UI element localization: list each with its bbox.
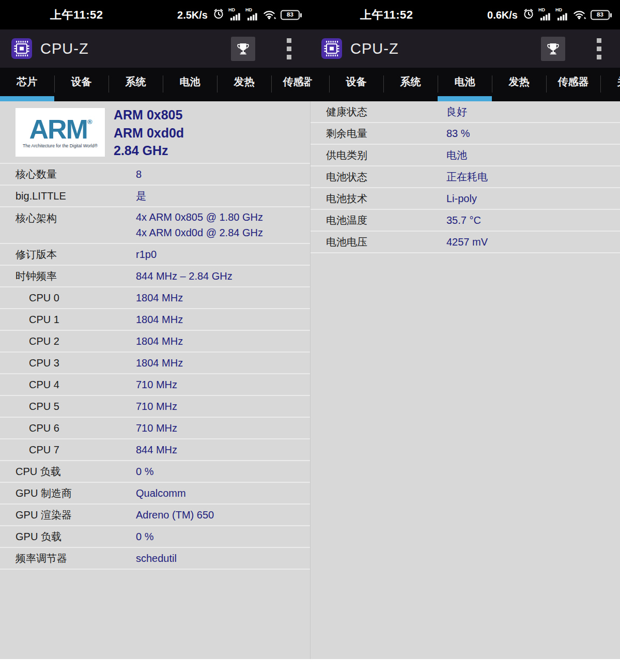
table-row: CPU 5710 MHz xyxy=(0,396,310,418)
tab-about[interactable]: 关于 xyxy=(600,68,620,101)
row-value: Adreno (TM) 650 xyxy=(136,509,310,521)
row-label: 频率调节器 xyxy=(0,552,136,566)
tab-device[interactable]: 设备 xyxy=(54,68,109,101)
row-value: 844 MHz xyxy=(136,444,310,456)
tab-battery[interactable]: 电池 xyxy=(163,68,217,101)
table-row: CPU 21804 MHz xyxy=(0,331,310,353)
row-label: 剩余电量 xyxy=(311,127,446,141)
arm-logo-brand: ARM® xyxy=(29,117,91,142)
bottom-white-strip xyxy=(0,659,620,672)
app-title: CPU-Z xyxy=(350,40,399,57)
row-value: 4x ARM 0x805 @ 1.80 GHz4x ARM 0xd0d @ 2.… xyxy=(136,210,310,240)
row-label: 电池电压 xyxy=(311,235,446,249)
tab-soc[interactable]: 芯片 xyxy=(310,68,329,101)
status-icons: 0.6K/s HD xyxy=(487,7,610,23)
table-row: 修订版本r1p0 xyxy=(0,244,310,266)
cpuz-app-icon xyxy=(11,38,32,59)
row-value: 8 xyxy=(136,169,310,180)
table-row: 健康状态良好 xyxy=(311,101,620,123)
soc-title: ARM 0x805 ARM 0xd0d 2.84 GHz xyxy=(114,106,184,160)
arm-logo: ARM® The Architecture for the Digital Wo… xyxy=(16,108,105,157)
sim1-signal-icon: HD xyxy=(228,7,241,23)
table-row: 频率调节器schedutil xyxy=(0,548,310,570)
svg-text:HD: HD xyxy=(245,7,252,12)
row-value: 正在耗电 xyxy=(446,170,620,184)
tab-strip: 芯片设备系统电池发热传感器关于 xyxy=(310,68,620,101)
table-row: CPU 6710 MHz xyxy=(0,418,310,439)
wifi-icon xyxy=(262,8,276,22)
dual-screenshot-container: 上午11:52 2.5K/s HD xyxy=(0,0,620,659)
clock-time: 上午11:52 xyxy=(50,7,103,23)
table-row: 电池状态正在耗电 xyxy=(311,166,620,188)
row-label: 健康状态 xyxy=(311,105,446,119)
tab-device[interactable]: 设备 xyxy=(329,68,383,101)
row-label: CPU 1 xyxy=(0,314,136,326)
row-label: 时钟频率 xyxy=(0,269,136,283)
row-value: 35.7 °C xyxy=(446,215,620,226)
tab-sensors[interactable]: 传感器 xyxy=(546,68,600,101)
table-row: 电池电压4257 mV xyxy=(311,232,620,253)
battery-icon: 83 xyxy=(281,10,300,20)
overflow-menu-button[interactable] xyxy=(593,37,605,61)
sim1-signal-icon: HD xyxy=(538,7,551,23)
right-screenshot-battery: 上午11:52 0.6K/s HD xyxy=(310,0,620,659)
row-label: 电池状态 xyxy=(311,170,446,184)
table-row: 核心架构4x ARM 0x805 @ 1.80 GHz4x ARM 0xd0d … xyxy=(0,207,310,244)
row-value: Li-poly xyxy=(446,193,620,205)
row-label: CPU 7 xyxy=(0,444,136,456)
row-label: GPU 制造商 xyxy=(0,486,136,500)
row-label: CPU 负载 xyxy=(0,465,136,479)
alarm-icon xyxy=(213,8,224,22)
row-label: 核心架构 xyxy=(0,210,136,225)
row-label: 电池温度 xyxy=(311,213,446,227)
tab-thermal[interactable]: 发热 xyxy=(217,68,271,101)
battery-percent: 83 xyxy=(597,12,603,18)
row-value: schedutil xyxy=(136,553,310,564)
tab-system[interactable]: 系统 xyxy=(109,68,163,101)
app-title: CPU-Z xyxy=(40,40,89,57)
row-value: 1804 MHz xyxy=(136,335,310,347)
battery-icon: 83 xyxy=(591,10,610,20)
tab-soc[interactable]: 芯片 xyxy=(0,68,54,101)
app-bar: CPU-Z xyxy=(310,29,620,68)
table-row: CPU 4710 MHz xyxy=(0,374,310,396)
network-speed: 2.5K/s xyxy=(177,9,208,21)
row-value: 4257 mV xyxy=(446,236,620,248)
tab-battery[interactable]: 电池 xyxy=(438,68,492,101)
sim2-signal-icon: HD xyxy=(555,7,568,23)
row-value: 良好 xyxy=(446,105,620,119)
row-label: CPU 3 xyxy=(0,357,136,369)
table-row: GPU 渲染器Adreno (TM) 650 xyxy=(0,505,310,526)
row-label: 核心数量 xyxy=(0,167,136,181)
tab-system[interactable]: 系统 xyxy=(383,68,438,101)
cpuz-app-icon xyxy=(321,38,342,59)
row-label: big.LITTLE xyxy=(0,190,136,202)
table-row: CPU 11804 MHz xyxy=(0,309,310,331)
trophy-button[interactable] xyxy=(231,37,255,61)
svg-text:HD: HD xyxy=(555,7,562,12)
row-value: 1804 MHz xyxy=(136,292,310,304)
table-row: CPU 负载0 % xyxy=(0,461,310,483)
soc-header: ARM® The Architecture for the Digital Wo… xyxy=(0,101,310,164)
arm-logo-tagline: The Architecture for the Digital World® xyxy=(23,143,98,148)
tab-sensors[interactable]: 传感器 xyxy=(271,68,310,101)
row-label: CPU 6 xyxy=(0,422,136,434)
table-row: 电池技术Li-poly xyxy=(311,188,620,210)
row-value: 是 xyxy=(136,189,310,203)
battery-content: 健康状态良好剩余电量83 %供电类别电池电池状态正在耗电电池技术Li-poly电… xyxy=(310,101,620,659)
row-label: CPU 2 xyxy=(0,335,136,347)
overflow-menu-button[interactable] xyxy=(283,37,295,61)
battery-table: 健康状态良好剩余电量83 %供电类别电池电池状态正在耗电电池技术Li-poly电… xyxy=(311,101,620,253)
tab-thermal[interactable]: 发热 xyxy=(492,68,546,101)
row-label: CPU 0 xyxy=(0,292,136,304)
tab-bar: 芯片设备系统电池发热传感器关于 xyxy=(0,68,310,101)
table-row: 核心数量8 xyxy=(0,164,310,186)
row-value: r1p0 xyxy=(136,249,310,261)
trophy-button[interactable] xyxy=(541,37,565,61)
network-speed: 0.6K/s xyxy=(487,9,518,21)
row-value: 710 MHz xyxy=(136,422,310,434)
wifi-icon xyxy=(572,8,586,22)
row-label: 供电类别 xyxy=(311,148,446,162)
row-value: 0 % xyxy=(136,531,310,543)
tab-strip: 芯片设备系统电池发热传感器关于 xyxy=(0,68,310,101)
